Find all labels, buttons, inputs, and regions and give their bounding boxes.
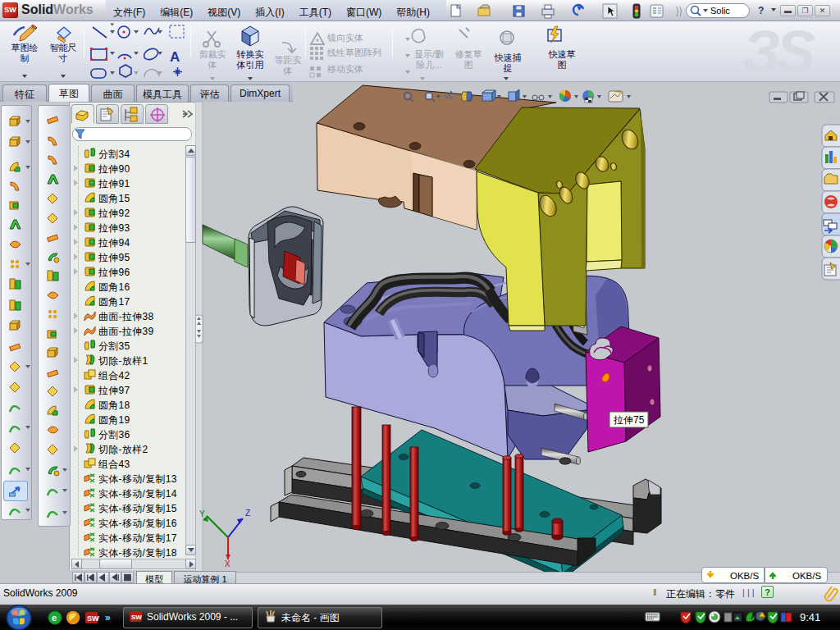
svg-text:OKB/S: OKB/S bbox=[730, 571, 759, 581]
svg-text:A: A bbox=[170, 49, 180, 65]
svg-text:OKB/S: OKB/S bbox=[792, 571, 821, 581]
svg-text:X: X bbox=[225, 559, 231, 568]
svg-text:SW: SW bbox=[131, 614, 142, 621]
svg-text:»: » bbox=[105, 612, 111, 623]
svg-text:Y: Y bbox=[199, 509, 205, 518]
svg-text:拉伸75: 拉伸75 bbox=[613, 414, 645, 426]
svg-text:Z: Z bbox=[245, 509, 250, 518]
svg-text:Solic: Solic bbox=[710, 6, 730, 16]
svg-text:SW: SW bbox=[87, 614, 99, 623]
svg-text:e: e bbox=[52, 613, 57, 623]
